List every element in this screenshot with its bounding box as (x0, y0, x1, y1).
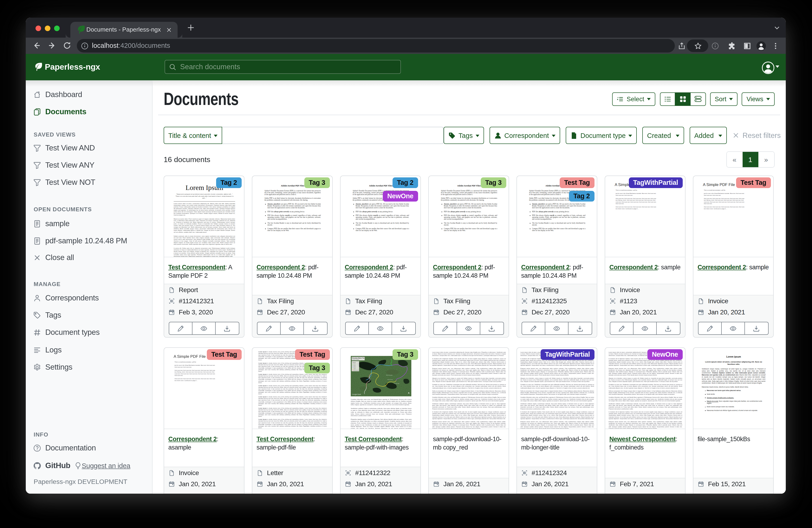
svg-text:Wood Lake portage: Wood Lake portage (386, 375, 393, 376)
svg-text:16 days in BWCA: 16 days in BWCA (352, 359, 359, 360)
svg-text:Google Earth: Google Earth (352, 394, 361, 396)
svg-text:Hula Lake camp: Hula Lake camp (388, 379, 393, 380)
svg-text:Good Lake camp: Good Lake camp (394, 383, 400, 384)
svg-text:Day 4: Day 4 (354, 367, 356, 368)
svg-text:Day 1: Day 1 (354, 363, 356, 364)
svg-text:Day 2: Day 2 (354, 365, 356, 366)
svg-text:Day 3: Day 3 (354, 366, 356, 367)
svg-text:Boundary Waters Trip: Boundary Waters Trip (352, 357, 364, 358)
svg-text:Entry Point 30: Entry Point 30 (354, 370, 359, 371)
svg-text:Day 5: Day 5 (354, 369, 356, 369)
svg-text:Legend: Legend (352, 361, 356, 363)
